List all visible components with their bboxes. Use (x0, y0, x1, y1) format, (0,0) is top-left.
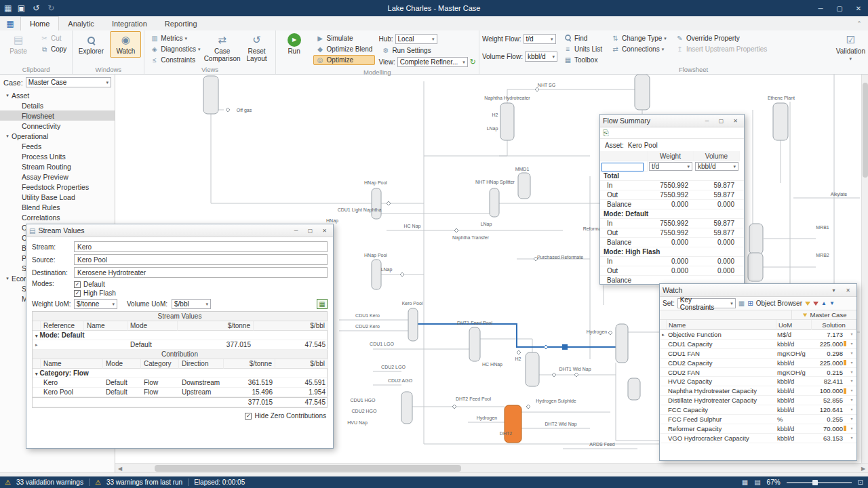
reset-layout-button[interactable]: ↺ Reset Layout (241, 31, 273, 64)
watch-row[interactable]: CDU2 Capacitykbbl/d225.000▾ (660, 359, 856, 368)
col-direction[interactable]: Direction (179, 359, 224, 369)
maximize-button[interactable]: ▢ (830, 0, 849, 16)
zoom-fit-icon[interactable]: ⊡ (858, 479, 863, 486)
tab-analytic[interactable]: Analytic (59, 16, 103, 30)
col-name[interactable]: Name (84, 321, 127, 331)
flowsheet-vessel[interactable] (469, 327, 480, 361)
cut-button[interactable]: ✂Cut (37, 33, 69, 43)
tree-expander-icon[interactable]: ▾ (3, 276, 12, 281)
watch-row[interactable]: VGO Hydrocracker Capacitykbbl/d63.153▾ (660, 434, 856, 443)
cell-dropdown-icon[interactable]: ▾ (847, 396, 856, 405)
flowsheet-vessel[interactable] (526, 352, 539, 386)
flowsheet-vessel[interactable] (635, 75, 650, 110)
watch-row[interactable]: Distillate Hydrotreater Capacitykbbl/d52… (660, 396, 856, 405)
group-expander-icon[interactable]: ▾ (35, 371, 38, 376)
col-tonne[interactable]: $/tonne (224, 359, 275, 369)
canvas-vertical-scrollbar[interactable] (861, 75, 868, 463)
watch-row[interactable]: FCC Capacitykbbl/d120.641▾ (660, 405, 856, 415)
checkbox-checked-icon[interactable]: ✓ (74, 290, 81, 297)
weight-uom-select[interactable]: $/tonne▾ (74, 299, 117, 309)
flowsheet-vessel[interactable] (490, 188, 499, 217)
col-reference[interactable]: Reference (41, 321, 84, 331)
run-button[interactable]: ▶ Run (279, 31, 310, 58)
optimize-blend-button[interactable]: ◆Optimize Blend (313, 44, 376, 54)
group-row-category-flow[interactable]: ▾Category: Flow (33, 369, 327, 378)
col-name[interactable]: Name (667, 320, 776, 330)
case-select[interactable]: Master Case▾ (26, 77, 111, 87)
change-type-button[interactable]: ⇅Change Type▾ (608, 33, 669, 43)
redo-icon[interactable]: ↻ (45, 3, 56, 13)
col-bbl[interactable]: $/bbl (254, 321, 328, 331)
horizontal-scroll-thumb[interactable] (155, 465, 461, 472)
cell-dropdown-icon[interactable]: ▾ (847, 377, 856, 386)
tree-item-connectivity[interactable]: Connectivity (0, 121, 115, 131)
object-browser-label[interactable]: Object Browser (756, 300, 802, 307)
mode-default-option[interactable]: ✓Default (74, 280, 116, 289)
flowsheet-vessel[interactable] (518, 173, 530, 199)
tree-item-feedstock-properties[interactable]: Feedstock Properties (0, 182, 115, 192)
flowsheet-vessel[interactable] (773, 103, 788, 140)
tree-expander-icon[interactable]: ▾ (3, 93, 12, 98)
flow-summary-row[interactable]: In7550.99259.877 (600, 181, 744, 190)
cell-dropdown-icon[interactable]: ▾ (847, 434, 856, 443)
col-tonne[interactable]: $/tonne (178, 321, 254, 331)
minimize-button[interactable]: ─ (290, 226, 302, 236)
export-icon[interactable]: ⎘ (603, 129, 609, 138)
flow-summary-row[interactable]: In0.0000.000 (600, 257, 744, 266)
selected-stream-kero[interactable] (418, 324, 616, 350)
col-mode[interactable]: Mode (103, 359, 141, 369)
flowsheet-vessel[interactable] (616, 324, 628, 363)
refresh-view-icon[interactable]: ↻ (470, 58, 476, 66)
watch-button[interactable]: ◉ Watch (110, 31, 141, 58)
metrics-button[interactable]: ▥Metrics▾ (147, 33, 203, 43)
scroll-right-icon[interactable]: ▶ (859, 464, 868, 472)
case-filter-icon[interactable] (802, 313, 806, 317)
move-up-icon[interactable]: ▲ (821, 300, 827, 306)
group-expander-icon[interactable]: ▾ (35, 333, 38, 338)
canvas-horizontal-scrollbar[interactable]: ◀ ▶ (115, 463, 868, 472)
row-expander-icon[interactable]: ▸ (660, 330, 667, 339)
scroll-left-icon[interactable]: ◀ (115, 464, 125, 472)
flowsheet-vessel[interactable] (500, 103, 514, 140)
close-button[interactable]: ✕ (319, 226, 330, 236)
cell-dropdown-icon[interactable]: ▾ (847, 405, 856, 414)
diagnostics-button[interactable]: ◈Diagnostics▾ (147, 44, 203, 54)
watch-row[interactable]: CDU1 Capacitykbbl/d225.000▾ (660, 340, 856, 349)
app-icon[interactable]: ▦ (4, 3, 12, 13)
close-button[interactable]: ✕ (730, 116, 741, 126)
watch-set-select[interactable]: Key Constraints▾ (677, 298, 736, 308)
app-menu-button[interactable]: ▦ (0, 16, 20, 30)
cell-dropdown-icon[interactable]: ▾ (847, 424, 856, 433)
flowsheet-vessel-highlighted[interactable] (505, 405, 521, 443)
layout-icon[interactable]: ▦ (742, 479, 748, 486)
weight-uom-select[interactable]: t/d▾ (649, 162, 692, 171)
watch-row[interactable]: CDU1 FANmgKOH/g0.298▾ (660, 349, 856, 359)
cell-dropdown-icon[interactable]: ▾ (847, 386, 856, 395)
col-category[interactable]: Category (141, 359, 179, 369)
destination-input[interactable]: Kerosene Hydrotreater (74, 267, 328, 278)
minimize-button[interactable]: ─ (811, 0, 830, 16)
connections-button[interactable]: ⇄Connections▾ (608, 44, 669, 54)
tree-item-utility-base-load[interactable]: Utility Base Load (0, 192, 115, 202)
dock-icon[interactable]: ▾ (828, 285, 840, 296)
hub-select[interactable]: Local▾ (395, 34, 437, 44)
validation-button[interactable]: ☑ Validation ▾ (835, 31, 866, 64)
flow-summary-row[interactable]: Out7550.99259.877 (600, 190, 744, 200)
save-icon[interactable]: ▣ (16, 3, 26, 13)
watch-titlebar[interactable]: Watch ▾ ✕ (660, 284, 856, 297)
explorer-button[interactable]: Explorer (75, 31, 106, 58)
flow-summary-row[interactable]: In7550.99259.877 (600, 219, 744, 228)
view-select[interactable]: Complete Refiner...▾ (397, 57, 468, 67)
case-comparison-button[interactable]: ⇄ Case Comparison (207, 31, 238, 64)
flowsheet-vessel[interactable] (372, 260, 381, 289)
units-list-button[interactable]: ≡Units List (561, 44, 605, 54)
watch-row[interactable]: HVU2 Capacitykbbl/d82.411▾ (660, 377, 856, 386)
toolbox-button[interactable]: ▦Toolbox (561, 55, 605, 65)
tree-item-correlations[interactable]: Correlations (0, 212, 115, 222)
close-button[interactable]: ✕ (842, 285, 854, 296)
tree-item-process-units[interactable]: Process Units (0, 151, 115, 161)
flow-summary-row[interactable]: Out7550.99259.877 (600, 228, 744, 238)
stream-values-titlebar[interactable]: ▤ Stream Values ─ ▢ ✕ (26, 224, 333, 237)
weight-flow-select[interactable]: t/d▾ (524, 34, 556, 44)
object-browser-icon[interactable]: ⊞ (747, 300, 753, 307)
